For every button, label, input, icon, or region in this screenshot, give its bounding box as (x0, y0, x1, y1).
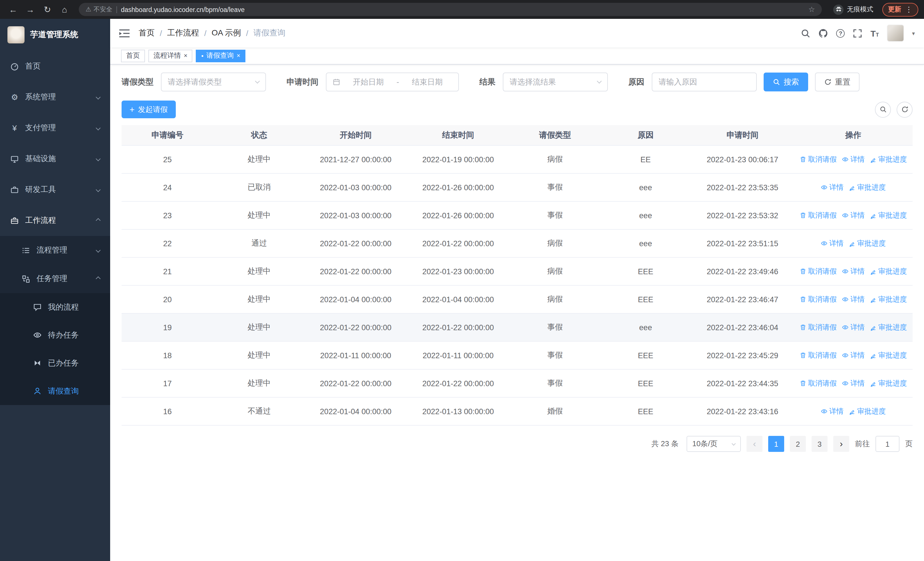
cell-leave-type: 事假 (510, 210, 600, 221)
table-row[interactable]: 22 通过 2022-01-22 00:00:00 2022-01-22 00:… (122, 230, 913, 258)
table-row[interactable]: 17 处理中 2022-01-22 00:00:00 2022-01-22 00… (122, 370, 913, 398)
user-icon (33, 387, 42, 396)
start-date-placeholder[interactable]: 开始日期 (344, 77, 393, 87)
detail-link[interactable]: 详情 (821, 406, 843, 416)
reset-button[interactable]: 重置 (815, 72, 860, 92)
sidebar-item-todo-tasks[interactable]: 待办任务 (0, 321, 110, 349)
sidebar-item-payment[interactable]: ¥ 支付管理 (0, 113, 110, 143)
close-icon[interactable]: × (184, 53, 188, 59)
breadcrumb-home[interactable]: 首页 (139, 28, 154, 38)
user-avatar[interactable] (887, 24, 904, 42)
browser-back-icon[interactable]: ← (6, 2, 21, 17)
approval-progress-link[interactable]: 审批进度 (870, 295, 907, 304)
approval-progress-link[interactable]: 审批进度 (870, 155, 907, 164)
sidebar-item-my-process[interactable]: 我的流程 (0, 293, 110, 321)
cancel-leave-link[interactable]: 取消请假 (800, 322, 837, 332)
breadcrumb-oa-example[interactable]: OA 示例 (212, 28, 241, 38)
detail-link[interactable]: 详情 (842, 322, 865, 332)
next-page-button[interactable]: › (833, 436, 849, 452)
sidebar-item-devtools[interactable]: 研发工具 (0, 174, 110, 205)
sidebar-item-task-management[interactable]: 任务管理 (0, 265, 110, 293)
font-size-icon[interactable]: TT (871, 29, 879, 38)
cancel-leave-link[interactable]: 取消请假 (800, 379, 837, 388)
create-leave-button[interactable]: + 发起请假 (122, 101, 176, 118)
detail-link[interactable]: 详情 (842, 155, 865, 164)
address-bar[interactable]: ⚠ 不安全 dashboard.yudao.iocoder.cn/bpm/oa/… (79, 3, 822, 16)
logo-image (8, 26, 24, 44)
approval-progress-link[interactable]: 审批进度 (870, 350, 907, 360)
security-warning[interactable]: ⚠ 不安全 (86, 5, 112, 14)
github-icon[interactable] (819, 28, 828, 38)
table-row[interactable]: 18 处理中 2022-01-11 00:00:00 2022-01-11 00… (122, 341, 913, 370)
browser-update-button[interactable]: 更新 ⋮ (882, 3, 918, 16)
table-row[interactable]: 23 处理中 2022-01-03 00:00:00 2022-01-26 00… (122, 202, 913, 230)
cancel-leave-link[interactable]: 取消请假 (800, 155, 837, 164)
table-row[interactable]: 16 不通过 2022-01-04 00:00:00 2022-01-13 00… (122, 398, 913, 426)
url-text[interactable]: dashboard.yudao.iocoder.cn/bpm/oa/leave (121, 6, 804, 13)
tab-process-detail[interactable]: 流程详情 × (148, 50, 193, 62)
sidebar-item-process-management[interactable]: 流程管理 (0, 236, 110, 265)
close-icon[interactable]: × (237, 53, 240, 59)
browser-forward-icon[interactable]: → (23, 2, 38, 17)
sidebar-item-home[interactable]: 首页 (0, 51, 110, 82)
apply-time-range-picker[interactable]: 开始日期 - 结束日期 (326, 72, 459, 92)
calendar-icon (333, 78, 340, 86)
detail-link[interactable]: 详情 (842, 266, 865, 276)
cancel-leave-link[interactable]: 取消请假 (800, 350, 837, 360)
table-row[interactable]: 20 处理中 2022-01-04 00:00:00 2022-01-04 00… (122, 286, 913, 314)
leave-type-select[interactable]: 请选择请假类型 (161, 72, 266, 92)
sidebar-item-leave-query[interactable]: 请假查询 (0, 377, 110, 405)
approval-progress-link[interactable]: 审批进度 (870, 379, 907, 388)
table-row[interactable]: 19 处理中 2022-01-22 00:00:00 2022-01-22 00… (122, 314, 913, 341)
tab-leave-query[interactable]: ● 请假查询 × (196, 50, 245, 62)
detail-link[interactable]: 详情 (821, 182, 843, 192)
breadcrumb-workflow[interactable]: 工作流程 (167, 28, 199, 38)
reason-input[interactable] (652, 72, 757, 92)
browser-menu-icon[interactable]: ⋮ (905, 5, 913, 14)
refresh-table-button[interactable] (897, 101, 913, 117)
approval-progress-link[interactable]: 审批进度 (849, 182, 886, 192)
cell-end-time: 2022-01-26 00:00:00 (406, 211, 510, 220)
table-row[interactable]: 25 处理中 2021-12-27 00:00:00 2022-01-19 00… (122, 146, 913, 174)
page-size-select[interactable]: 10条/页 (687, 436, 741, 452)
cancel-leave-link[interactable]: 取消请假 (800, 295, 837, 304)
help-icon[interactable]: ? (836, 29, 845, 38)
page-button-3[interactable]: 3 (812, 436, 828, 452)
detail-link[interactable]: 详情 (842, 350, 865, 360)
col-apply-time: 申请时间 (691, 130, 794, 140)
sidebar-item-workflow[interactable]: 工作流程 (0, 205, 110, 236)
approval-progress-link[interactable]: 审批进度 (849, 406, 886, 416)
search-button[interactable]: 搜索 (764, 72, 808, 92)
browser-home-icon[interactable]: ⌂ (57, 2, 72, 17)
goto-page-input[interactable] (876, 436, 900, 452)
result-select[interactable]: 请选择流结果 (503, 72, 608, 92)
end-date-placeholder[interactable]: 结束日期 (403, 77, 452, 87)
page-button-2[interactable]: 2 (790, 436, 806, 452)
fullscreen-icon[interactable] (853, 28, 862, 38)
sidebar-item-infrastructure[interactable]: 基础设施 (0, 143, 110, 174)
bookmark-star-icon[interactable]: ☆ (808, 5, 815, 14)
sidebar-collapse-icon[interactable] (119, 29, 129, 38)
sidebar-item-done-tasks[interactable]: 已办任务 (0, 349, 110, 377)
cancel-leave-link[interactable]: 取消请假 (800, 211, 837, 220)
eye-icon (842, 212, 849, 219)
page-button-1[interactable]: 1 (768, 436, 784, 452)
table-row[interactable]: 21 处理中 2022-01-22 00:00:00 2022-01-23 00… (122, 258, 913, 286)
approval-progress-link[interactable]: 审批进度 (870, 322, 907, 332)
detail-link[interactable]: 详情 (821, 239, 843, 248)
approval-progress-link[interactable]: 审批进度 (870, 211, 907, 220)
tab-home[interactable]: 首页 (121, 50, 145, 62)
detail-link[interactable]: 详情 (842, 379, 865, 388)
avatar-caret-icon[interactable]: ▾ (912, 30, 915, 36)
sidebar-item-system[interactable]: ⚙ 系统管理 (0, 82, 110, 113)
prev-page-button[interactable]: ‹ (747, 436, 762, 452)
search-icon[interactable] (801, 28, 811, 38)
detail-link[interactable]: 详情 (842, 295, 865, 304)
detail-link[interactable]: 详情 (842, 211, 865, 220)
browser-reload-icon[interactable]: ↻ (40, 2, 55, 17)
cancel-leave-link[interactable]: 取消请假 (800, 266, 837, 276)
table-row[interactable]: 24 已取消 2022-01-03 00:00:00 2022-01-26 00… (122, 174, 913, 202)
approval-progress-link[interactable]: 审批进度 (870, 266, 907, 276)
toggle-search-button[interactable] (875, 101, 891, 117)
approval-progress-link[interactable]: 审批进度 (849, 239, 886, 248)
